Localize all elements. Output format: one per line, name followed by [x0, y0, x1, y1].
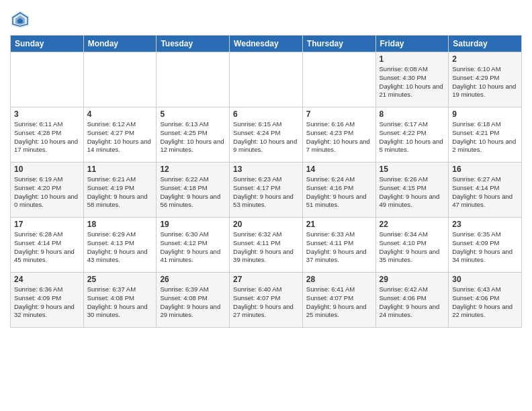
calendar-cell: 2Sunrise: 6:10 AMSunset: 4:29 PMDaylight… — [449, 52, 522, 107]
calendar-cell: 6Sunrise: 6:15 AMSunset: 4:24 PMDaylight… — [230, 107, 303, 163]
day-number: 28 — [306, 275, 372, 284]
day-info-line: Daylight: 9 hours and 25 minutes. — [306, 303, 372, 320]
day-info-line: Sunset: 4:06 PM — [452, 294, 518, 303]
calendar-cell: 17Sunrise: 6:28 AMSunset: 4:14 PMDayligh… — [11, 218, 84, 273]
day-info-line: Sunrise: 6:26 AM — [380, 175, 445, 184]
calendar-cell: 16Sunrise: 6:27 AMSunset: 4:14 PMDayligh… — [449, 163, 522, 218]
calendar-cell: 18Sunrise: 6:29 AMSunset: 4:13 PMDayligh… — [83, 218, 157, 273]
calendar-cell: 7Sunrise: 6:16 AMSunset: 4:23 PMDaylight… — [302, 107, 375, 163]
day-info-line: Daylight: 9 hours and 58 minutes. — [87, 193, 153, 210]
day-info-line: Daylight: 9 hours and 22 minutes. — [452, 303, 518, 320]
day-number: 10 — [14, 165, 80, 174]
day-number: 11 — [87, 165, 153, 174]
day-info-line: Daylight: 9 hours and 53 minutes. — [233, 193, 299, 210]
calendar-cell — [83, 52, 157, 107]
day-number: 16 — [452, 165, 518, 174]
day-info-line: Sunset: 4:16 PM — [306, 184, 372, 193]
day-info-line: Daylight: 9 hours and 32 minutes. — [14, 303, 80, 320]
weekday-header-sunday: Sunday — [11, 36, 84, 52]
calendar-cell: 15Sunrise: 6:26 AMSunset: 4:15 PMDayligh… — [375, 163, 449, 218]
day-info-line: Sunrise: 6:22 AM — [160, 175, 226, 184]
day-number: 22 — [380, 220, 445, 229]
weekday-header-tuesday: Tuesday — [157, 36, 230, 52]
day-info-line: Sunrise: 6:13 AM — [160, 120, 226, 129]
calendar-cell: 5Sunrise: 6:13 AMSunset: 4:25 PMDaylight… — [157, 107, 230, 163]
day-info-line: Sunset: 4:10 PM — [380, 239, 445, 248]
calendar-week-5: 24Sunrise: 6:36 AMSunset: 4:09 PMDayligh… — [11, 273, 522, 328]
day-number: 5 — [160, 109, 226, 119]
day-info-line: Sunset: 4:24 PM — [233, 129, 299, 138]
day-info-line: Sunset: 4:11 PM — [306, 239, 372, 248]
weekday-header-friday: Friday — [375, 36, 449, 52]
day-number: 21 — [306, 220, 372, 229]
day-info-line: Sunset: 4:11 PM — [233, 239, 299, 248]
day-info-line: Sunrise: 6:29 AM — [87, 230, 153, 239]
day-info-line: Daylight: 9 hours and 39 minutes. — [233, 248, 299, 265]
day-info-line: Sunrise: 6:18 AM — [452, 120, 518, 129]
day-info-line: Sunrise: 6:08 AM — [380, 65, 445, 74]
day-number: 19 — [160, 220, 226, 229]
calendar-week-1: 1Sunrise: 6:08 AMSunset: 4:30 PMDaylight… — [11, 52, 522, 107]
calendar-week-4: 17Sunrise: 6:28 AMSunset: 4:14 PMDayligh… — [11, 218, 522, 273]
day-info-line: Sunset: 4:14 PM — [14, 239, 80, 248]
day-info-line: Sunset: 4:15 PM — [380, 184, 445, 193]
day-info-line: Daylight: 9 hours and 41 minutes. — [160, 248, 226, 265]
day-info-line: Daylight: 10 hours and 17 minutes. — [14, 138, 80, 155]
day-info-line: Sunset: 4:19 PM — [87, 184, 153, 193]
day-info-line: Sunrise: 6:39 AM — [160, 285, 226, 294]
calendar-cell: 23Sunrise: 6:35 AMSunset: 4:09 PMDayligh… — [449, 218, 522, 273]
day-info-line: Sunrise: 6:16 AM — [306, 120, 372, 129]
day-info-line: Sunrise: 6:34 AM — [380, 230, 445, 239]
day-info-line: Daylight: 10 hours and 12 minutes. — [160, 138, 226, 155]
day-info-line: Sunset: 4:08 PM — [87, 294, 153, 303]
day-number: 1 — [380, 54, 445, 64]
day-info-line: Sunset: 4:07 PM — [306, 294, 372, 303]
day-info-line: Sunrise: 6:15 AM — [233, 120, 299, 129]
calendar-table: SundayMondayTuesdayWednesdayThursdayFrid… — [10, 35, 522, 328]
day-info-line: Daylight: 10 hours and 21 minutes. — [380, 83, 445, 100]
day-info-line: Sunset: 4:07 PM — [233, 294, 299, 303]
day-info-line: Daylight: 9 hours and 29 minutes. — [160, 303, 226, 320]
calendar-header-row: SundayMondayTuesdayWednesdayThursdayFrid… — [11, 36, 522, 52]
calendar-cell: 8Sunrise: 6:17 AMSunset: 4:22 PMDaylight… — [375, 107, 449, 163]
day-info-line: Daylight: 10 hours and 0 minutes. — [14, 193, 80, 210]
weekday-header-monday: Monday — [83, 36, 157, 52]
day-info-line: Sunset: 4:09 PM — [452, 239, 518, 248]
day-info-line: Sunset: 4:28 PM — [14, 129, 80, 138]
calendar-week-2: 3Sunrise: 6:11 AMSunset: 4:28 PMDaylight… — [11, 107, 522, 163]
day-info-line: Sunrise: 6:32 AM — [233, 230, 299, 239]
day-number: 4 — [87, 109, 153, 119]
day-info-line: Sunset: 4:08 PM — [160, 294, 226, 303]
day-number: 8 — [380, 109, 445, 119]
day-info-line: Daylight: 9 hours and 47 minutes. — [452, 193, 518, 210]
day-info-line: Daylight: 9 hours and 51 minutes. — [306, 193, 372, 210]
day-info-line: Daylight: 10 hours and 2 minutes. — [452, 138, 518, 155]
day-info-line: Sunrise: 6:27 AM — [452, 175, 518, 184]
calendar-week-3: 10Sunrise: 6:19 AMSunset: 4:20 PMDayligh… — [11, 163, 522, 218]
day-number: 15 — [380, 165, 445, 174]
calendar-cell: 25Sunrise: 6:37 AMSunset: 4:08 PMDayligh… — [83, 273, 157, 328]
weekday-header-thursday: Thursday — [302, 36, 375, 52]
day-info-line: Daylight: 10 hours and 7 minutes. — [306, 138, 372, 155]
day-info-line: Sunset: 4:12 PM — [160, 239, 226, 248]
day-info-line: Daylight: 10 hours and 19 minutes. — [452, 83, 518, 100]
day-info-line: Daylight: 9 hours and 37 minutes. — [306, 248, 372, 265]
day-info-line: Daylight: 10 hours and 9 minutes. — [233, 138, 299, 155]
day-info-line: Sunset: 4:22 PM — [380, 129, 445, 138]
day-number: 29 — [380, 275, 445, 284]
day-number: 23 — [452, 220, 518, 229]
weekday-header-wednesday: Wednesday — [230, 36, 303, 52]
day-number: 13 — [233, 165, 299, 174]
day-info-line: Sunrise: 6:35 AM — [452, 230, 518, 239]
day-info-line: Sunrise: 6:36 AM — [14, 285, 80, 294]
day-info-line: Sunset: 4:27 PM — [87, 129, 153, 138]
calendar-cell — [302, 52, 375, 107]
day-info-line: Daylight: 9 hours and 45 minutes. — [14, 248, 80, 265]
day-number: 25 — [87, 275, 153, 284]
day-info-line: Sunrise: 6:43 AM — [452, 285, 518, 294]
calendar-cell: 20Sunrise: 6:32 AMSunset: 4:11 PMDayligh… — [230, 218, 303, 273]
day-info-line: Sunrise: 6:19 AM — [14, 175, 80, 184]
day-info-line: Sunset: 4:25 PM — [160, 129, 226, 138]
day-info-line: Daylight: 9 hours and 49 minutes. — [380, 193, 445, 210]
day-number: 6 — [233, 109, 299, 119]
